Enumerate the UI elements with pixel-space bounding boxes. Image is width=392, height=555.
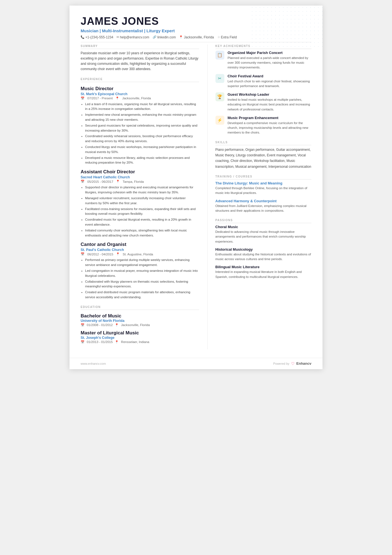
job-meta-1: 📅 07/2017 - Present 📍 Jacksonville, Flor… — [81, 97, 199, 100]
bullet-2-1: Supported choir director in planning and… — [85, 185, 199, 195]
passion-desc-1: Dedicated to advancing choral music thro… — [215, 230, 312, 244]
employer-3: St. Paul's Catholic Church — [81, 248, 199, 252]
skills-section: SKILLS Piano performance, Organ performa… — [215, 141, 312, 170]
passion-3: Bilingual Music Literature Interested in… — [215, 265, 312, 279]
job-meta-3: 📅 06/2012 - 04/2015 📍 St. Augustine, Flo… — [81, 252, 199, 256]
bullet-2-5: Initiated community choir workshops, str… — [85, 228, 199, 238]
job-location-3: St. Augustine, Florida — [123, 253, 153, 256]
achievement-title-2: Choir Festival Award — [228, 74, 312, 78]
degree-1: Bachelor of Music — [81, 313, 199, 319]
extra-field-contact: ☆ Extra Field — [217, 35, 237, 39]
edu-location-icon-2: 📍 — [115, 340, 119, 344]
achievement-text-2: Choir Festival Award Led church choir to… — [228, 74, 312, 89]
achievement-text-3: Guest Workshop Leader Invited to lead mu… — [228, 92, 312, 112]
passion-desc-3: Interested in expanding musical literatu… — [215, 270, 312, 279]
contact-info: 📞 +1-(234)-555-1234 ✉ help@enhancv.com 🔗… — [81, 35, 311, 39]
candidate-name: JAMES JONES — [81, 16, 311, 27]
job-date-2: 05/2015 - 06/2017 — [87, 180, 113, 183]
linkedin-icon: 🔗 — [153, 35, 157, 39]
phone-number: +1-(234)-555-1234 — [85, 35, 113, 39]
achievement-title-4: Music Program Enhancement — [228, 116, 312, 120]
bullet-1-4: Coordinated weekly rehearsal sessions, b… — [85, 134, 199, 144]
passion-desc-2: Enthusiastic about studying the historic… — [215, 252, 312, 262]
bullet-2-2: Managed volunteer recruitment, successfu… — [85, 196, 199, 206]
employer-1: St. Mark's Episcopal Church — [81, 92, 199, 96]
footer-url: www.enhancv.com — [81, 362, 106, 365]
job-bullets-1: Led a team of 8 musicians, organizing mu… — [81, 102, 199, 166]
achievement-icon-1: 📋 — [215, 51, 224, 60]
job-date-icon-3: 📅 — [81, 252, 85, 256]
resume-footer: www.enhancv.com Powered by ♡ Enhancv — [70, 358, 322, 369]
degree-2: Master of Liturgical Music — [81, 330, 199, 336]
job-bullets-2: Supported choir director in planning and… — [81, 185, 199, 238]
bullet-1-1: Led a team of 8 musicians, organizing mu… — [85, 102, 199, 112]
passions-section: PASSIONS Choral Music Dedicated to advan… — [215, 219, 312, 279]
phone-icon: 📞 — [81, 35, 85, 39]
passion-title-3: Bilingual Music Literature — [215, 265, 312, 269]
job-location-icon-2: 📍 — [116, 180, 120, 183]
training-item-1: The Divine Liturgy: Music and Meaning Co… — [215, 181, 312, 196]
experience-label: EXPERIENCE — [81, 78, 199, 82]
job-date-icon-1: 📅 — [81, 97, 85, 100]
location-contact: 📍 Jacksonville, Florida — [179, 35, 214, 39]
education-section: EDUCATION Bachelor of Music University o… — [81, 305, 199, 344]
edu-location-icon-1: 📍 — [115, 323, 119, 327]
email-contact: ✉ help@enhancv.com — [116, 35, 149, 39]
summary-section: SUMMARY Passionate musician with over 10… — [81, 45, 199, 72]
passion-2: Historical Musicology Enthusiastic about… — [215, 247, 312, 262]
job-location-2: Tampa, Florida — [123, 180, 144, 183]
linkedin-contact[interactable]: 🔗 linkedin.com — [153, 35, 176, 39]
job-bullets-3: Performed as primary organist during mul… — [81, 258, 199, 300]
header-divider — [81, 42, 311, 42]
skills-text: Piano performance, Organ performance, Gu… — [215, 147, 312, 170]
achievement-desc-2: Led church choir to win regional choir f… — [228, 79, 312, 89]
achievement-icon-2: ✂ — [215, 74, 224, 83]
job-title-2: Assistant Choir Director — [81, 169, 199, 175]
edu-meta-2: 📅 01/2013 - 01/2015 📍 Rensselaer, Indian… — [81, 340, 199, 344]
job-location-1: Jacksonville, Florida — [122, 97, 151, 100]
extra-field-text: Extra Field — [221, 35, 237, 39]
linkedin-url: linkedin.com — [157, 35, 176, 39]
bullet-1-2: Implemented new choral arrangements, enh… — [85, 112, 199, 122]
job-date-icon-2: 📅 — [81, 180, 85, 183]
left-column: SUMMARY Passionate musician with over 10… — [81, 45, 208, 349]
bullet-1-6: Developed a music resource library, aidi… — [85, 156, 199, 166]
heart-icon: ♡ — [291, 361, 295, 366]
achievement-icon-4: ⚡ — [215, 116, 224, 125]
school-1: University of North Florida — [81, 319, 199, 323]
phone-contact: 📞 +1-(234)-555-1234 — [81, 35, 113, 39]
powered-by-text: Powered by — [273, 362, 289, 365]
footer-brand: Powered by ♡ Enhancv — [273, 361, 311, 366]
star-icon: ☆ — [217, 35, 220, 39]
bullet-2-4: Coordinated music for special liturgical… — [85, 217, 199, 227]
achievement-title-3: Guest Workshop Leader — [228, 92, 312, 97]
edu-meta-1: 📅 01/2008 - 01/2012 📍 Jacksonville, Flor… — [81, 323, 199, 327]
achievement-text-1: Organized Major Parish Concert Planned a… — [228, 51, 312, 70]
achievement-icon-3: 🏆 — [215, 92, 224, 101]
location-text: Jacksonville, Florida — [184, 35, 214, 39]
training-title-1: The Divine Liturgy: Music and Meaning — [215, 181, 312, 185]
job-location-icon-3: 📍 — [116, 252, 120, 256]
bullet-2-3: Facilitated cross-training sessions for … — [85, 207, 199, 217]
resume-header: JAMES JONES Musician | Multi-Instrumenta… — [81, 16, 311, 42]
candidate-title: Musician | Multi-Instrumentalist | Litur… — [81, 28, 311, 33]
achievement-3: 🏆 Guest Workshop Leader Invited to lead … — [215, 92, 312, 112]
bullet-3-3: Collaborated with liturgy planners on th… — [85, 279, 199, 289]
edu-location-1: Jacksonville, Florida — [121, 323, 150, 327]
bullet-1-5: Conducted liturgy and music workshops, i… — [85, 145, 199, 155]
training-section: TRAINING / COURSES The Divine Liturgy: M… — [215, 175, 312, 213]
brand-name: Enhancv — [296, 361, 311, 366]
achievement-2: ✂ Choir Festival Award Led church choir … — [215, 74, 312, 89]
bullet-1-3: Secured guest musicians for special cele… — [85, 123, 199, 133]
location-icon: 📍 — [179, 35, 183, 39]
passion-1: Choral Music Dedicated to advancing chor… — [215, 225, 312, 244]
skills-label: SKILLS — [215, 141, 312, 145]
achievements-label: KEY ACHIEVEMENTS — [215, 45, 312, 49]
training-desc-1: Completed through Berklee Online, focusi… — [215, 186, 312, 196]
email-icon: ✉ — [116, 35, 119, 39]
achievement-text-4: Music Program Enhancement Developed a co… — [228, 116, 312, 135]
resume-wrapper: JAMES JONES Musician | Multi-Instrumenta… — [70, 6, 322, 369]
achievements-section: KEY ACHIEVEMENTS 📋 Organized Major Paris… — [215, 45, 312, 135]
passion-title-2: Historical Musicology — [215, 247, 312, 251]
employer-2: Sacred Heart Catholic Church — [81, 175, 199, 179]
